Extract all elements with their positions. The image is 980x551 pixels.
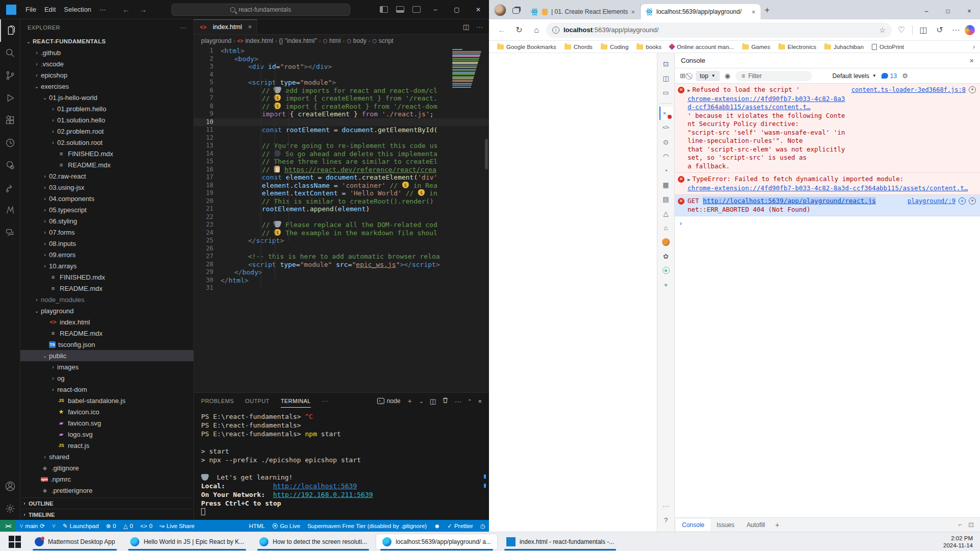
tree-file-finished-mdx[interactable]: ≡FINISHED.mdx bbox=[20, 271, 193, 283]
source-control-icon[interactable] bbox=[0, 64, 20, 87]
source-link[interactable]: playground/:9 bbox=[908, 197, 955, 205]
status-main[interactable]: ⑂main⟳ bbox=[16, 522, 48, 530]
bookmark-chords[interactable]: Chords bbox=[561, 44, 596, 50]
tree-file-react-js[interactable]: JSreact.js bbox=[20, 440, 193, 451]
browser-tab-2[interactable]: localhost:5639/app/playground/× bbox=[641, 4, 761, 19]
log-levels-dropdown[interactable]: Default levels▼ bbox=[832, 72, 876, 80]
devtools-lighthouse-icon[interactable]: △ bbox=[659, 207, 673, 220]
panel-options-icon[interactable]: ··· bbox=[455, 397, 461, 405]
bookmark-games[interactable]: Games bbox=[739, 44, 773, 50]
vscode-close-button[interactable]: ✕ bbox=[468, 0, 489, 19]
devtools-welcome-icon[interactable]: ▭ bbox=[659, 86, 673, 99]
devtools-console-icon[interactable]: >_ bbox=[659, 107, 673, 120]
tree-folder-05-typescript[interactable]: ›05.typescript bbox=[20, 204, 193, 215]
expand-triangle-icon[interactable]: ▶ bbox=[688, 177, 690, 182]
devtools-home-icon[interactable]: ⌂ bbox=[659, 221, 673, 234]
browser-minimize-button[interactable]: – bbox=[916, 3, 937, 19]
tree-file--gitignore[interactable]: ◈.gitignore bbox=[20, 462, 193, 473]
split-screen-icon[interactable]: ◫ bbox=[916, 22, 931, 38]
devtools-help-icon[interactable]: ? bbox=[659, 513, 673, 527]
devtools-add-tools-icon[interactable]: + bbox=[659, 278, 673, 291]
drawer-tab-issues[interactable]: Issues bbox=[710, 519, 741, 531]
devtools-sources-icon[interactable]: </> bbox=[659, 121, 673, 134]
source-link[interactable]: content.ts-loader-3ed3668f.js:8 bbox=[851, 86, 966, 93]
tab-close-icon[interactable]: × bbox=[631, 8, 635, 16]
tree-file--npmrc[interactable]: npm.npmrc bbox=[20, 473, 193, 485]
tree-folder-shared[interactable]: ›shared bbox=[20, 451, 193, 462]
new-terminal-icon[interactable]: ＋ bbox=[406, 396, 413, 406]
status-prettier[interactable]: ✓Prettier bbox=[444, 522, 477, 530]
vscode-minimize-button[interactable]: – bbox=[425, 0, 446, 19]
tree-file-readme-mdx[interactable]: ≡README.mdx bbox=[20, 283, 193, 294]
panel-more-icon[interactable]: ··· bbox=[322, 395, 328, 407]
section-timeline[interactable]: ›TIMELINE bbox=[20, 509, 193, 520]
menu-file[interactable]: File bbox=[21, 4, 40, 15]
drawer-tab-autofill[interactable]: Autofill bbox=[741, 519, 771, 531]
tree-file-logo-svg[interactable]: ▰logo.svg bbox=[20, 429, 193, 440]
devtools-inspect-icon[interactable]: ⊡ bbox=[659, 57, 673, 70]
tree-folder-06-styling[interactable]: ›06.styling bbox=[20, 215, 193, 227]
tree-folder--vscode[interactable]: ›.vscode bbox=[20, 58, 193, 69]
code-editor[interactable]: 1<html>2<body>3<div id="root"></div>45<s… bbox=[194, 47, 489, 392]
terminal-output[interactable]: PS E:\react-fundamentals> ^CPS E:\react-… bbox=[194, 409, 489, 520]
breadcrumb[interactable]: playground›<>index.html›{} "index.html"›… bbox=[194, 35, 489, 47]
taskbar-button-3[interactable]: How to detect the screen resoluti... bbox=[253, 534, 373, 549]
taskbar-button-2[interactable]: Hello World in JS | Epic React by K... bbox=[124, 534, 250, 549]
tree-folder-08-inputs[interactable]: ›08.inputs bbox=[20, 238, 193, 249]
tree-file-tsconfig-json[interactable]: TStsconfig.json bbox=[20, 339, 193, 350]
start-button[interactable] bbox=[8, 535, 21, 548]
taskbar-button-1[interactable]: Mattermost Desktop App bbox=[29, 534, 121, 549]
site-info-icon[interactable]: i bbox=[552, 27, 559, 34]
browser-maximize-button[interactable]: □ bbox=[937, 3, 959, 19]
explorer-icon[interactable] bbox=[0, 19, 20, 42]
profile-avatar[interactable] bbox=[494, 4, 506, 16]
devtools-cookie-ext-icon[interactable] bbox=[659, 235, 673, 248]
taskbar-button-5[interactable]: index.html - react-fundamentals -... bbox=[500, 534, 620, 549]
drawer-tab-console[interactable]: Console bbox=[676, 519, 710, 531]
close-panel-icon[interactable]: × bbox=[478, 397, 482, 405]
tree-folder-epicshop[interactable]: ›epicshop bbox=[20, 69, 193, 81]
comments-icon[interactable] bbox=[0, 221, 20, 244]
new-tab-button[interactable]: + bbox=[765, 5, 770, 15]
taskbar-button-4[interactable]: localhost:5639/app/playground/ a... bbox=[376, 534, 497, 549]
tree-folder-01-js-hello-world[interactable]: ⌄01.js-hello-world bbox=[20, 92, 193, 103]
workspaces-icon[interactable] bbox=[512, 8, 520, 14]
tree-folder-react-dom[interactable]: ›react-dom bbox=[20, 384, 193, 395]
devtools-network-icon[interactable]: ◠ bbox=[659, 149, 673, 163]
live-expression-icon[interactable]: ◉ bbox=[725, 72, 730, 80]
vscode-maximize-button[interactable]: ▢ bbox=[446, 0, 468, 19]
terminal-shell-label[interactable]: >_ node bbox=[377, 397, 401, 405]
panel-tab-problems[interactable]: PROBLEMS bbox=[201, 395, 234, 408]
browser-back-icon[interactable]: ← bbox=[494, 22, 509, 38]
tree-file-readme-mdx[interactable]: ≡README.mdx bbox=[20, 328, 193, 339]
tree-file-finished-mdx[interactable]: ≡FINISHED.mdx bbox=[20, 148, 193, 159]
tree-file-favicon-svg[interactable]: ▰favicon.svg bbox=[20, 417, 193, 429]
tree-folder-04-components[interactable]: ›04.components bbox=[20, 193, 193, 204]
bookmarks-overflow-icon[interactable]: › bbox=[973, 43, 975, 51]
console-prompt[interactable]: › bbox=[675, 216, 980, 230]
testing-icon[interactable] bbox=[0, 132, 20, 154]
browser-more-icon[interactable]: ··· bbox=[948, 22, 964, 38]
terminal-dropdown-icon[interactable]: ⌄ bbox=[419, 398, 423, 404]
tree-folder-09-errors[interactable]: ›09.errors bbox=[20, 249, 193, 260]
console-filter-input[interactable]: ≡ Filter bbox=[736, 71, 812, 81]
command-center-search[interactable]: react-fundamentals bbox=[172, 4, 350, 16]
menu-edit[interactable]: Edit bbox=[40, 4, 60, 15]
tree-file-favicon-ico[interactable]: ★favicon.ico bbox=[20, 406, 193, 417]
maximize-panel-icon[interactable]: ⌃ bbox=[468, 398, 472, 404]
devtools-close-icon[interactable]: × bbox=[969, 56, 974, 65]
editor-scrollbar[interactable] bbox=[484, 47, 489, 392]
bookmark-juhachiban[interactable]: Juhachiban bbox=[821, 44, 867, 50]
panel-tab-output[interactable]: OUTPUT bbox=[245, 395, 270, 408]
copilot-icon[interactable] bbox=[965, 25, 975, 35]
browser-refresh-icon[interactable]: ↻ bbox=[511, 22, 527, 38]
browser-home-icon[interactable]: ⌂ bbox=[529, 22, 544, 38]
nav-back-icon[interactable]: ← bbox=[122, 5, 130, 14]
tree-folder-02-raw-react[interactable]: ›02.raw-react bbox=[20, 170, 193, 182]
remote-indicator[interactable]: >< bbox=[0, 520, 16, 532]
status-live-share[interactable]: ↝Live Share bbox=[156, 522, 199, 530]
tree-folder-03-using-jsx[interactable]: ›03.using-jsx bbox=[20, 182, 193, 193]
tree-folder-02-solution-root[interactable]: ›02.solution.root bbox=[20, 137, 193, 148]
live-share-icon[interactable] bbox=[0, 177, 20, 199]
message-count[interactable]: 13 bbox=[881, 72, 897, 80]
